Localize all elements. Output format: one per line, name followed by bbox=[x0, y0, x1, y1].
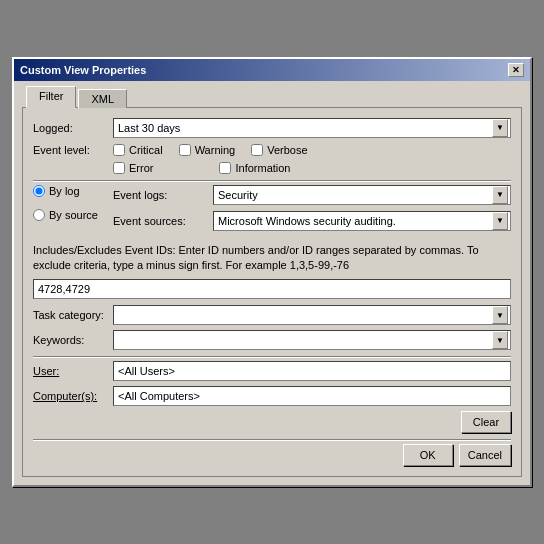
divider-2 bbox=[33, 356, 511, 357]
task-category-label: Task category: bbox=[33, 309, 113, 321]
verbose-checkbox[interactable] bbox=[251, 144, 263, 156]
verbose-label: Verbose bbox=[267, 144, 307, 156]
keywords-select[interactable]: ▼ bbox=[113, 330, 511, 350]
event-sources-arrow[interactable]: ▼ bbox=[492, 212, 508, 230]
filter-panel: Logged: Last 30 days ▼ Event level: Crit… bbox=[22, 107, 522, 478]
information-label: Information bbox=[235, 162, 290, 174]
task-category-row: Task category: ▼ bbox=[33, 305, 511, 325]
tab-filter[interactable]: Filter bbox=[26, 86, 76, 108]
event-ids-input[interactable] bbox=[33, 279, 511, 299]
information-checkbox[interactable] bbox=[219, 162, 231, 174]
warning-checkbox-group: Warning bbox=[179, 144, 236, 156]
event-logs-label: Event logs: bbox=[113, 189, 213, 201]
keywords-label: Keywords: bbox=[33, 334, 113, 346]
user-label: User: bbox=[33, 365, 113, 377]
event-ids-info-text: Includes/Excludes Event IDs: Enter ID nu… bbox=[33, 243, 511, 274]
clear-button[interactable]: Clear bbox=[461, 411, 511, 433]
event-logs-select[interactable]: Security ▼ bbox=[213, 185, 511, 205]
information-checkbox-group: Information bbox=[219, 162, 290, 174]
error-info-row: Error Information bbox=[33, 162, 511, 174]
event-sources-value: Microsoft Windows security auditing. bbox=[218, 215, 396, 227]
event-logs-arrow[interactable]: ▼ bbox=[492, 186, 508, 204]
divider-3 bbox=[33, 439, 511, 440]
error-checkbox-group: Error bbox=[113, 162, 153, 174]
tab-bar: Filter XML bbox=[22, 87, 522, 108]
by-log-radio-item: By log bbox=[33, 185, 113, 197]
logged-value: Last 30 days bbox=[118, 122, 180, 134]
error-label: Error bbox=[129, 162, 153, 174]
close-button[interactable]: ✕ bbox=[508, 63, 524, 77]
title-bar: Custom View Properties ✕ bbox=[14, 59, 530, 81]
computers-input[interactable] bbox=[113, 386, 511, 406]
warning-label: Warning bbox=[195, 144, 236, 156]
tab-xml[interactable]: XML bbox=[78, 89, 127, 108]
critical-checkbox[interactable] bbox=[113, 144, 125, 156]
logged-select[interactable]: Last 30 days ▼ bbox=[113, 118, 511, 138]
keywords-arrow[interactable]: ▼ bbox=[492, 331, 508, 349]
task-category-arrow[interactable]: ▼ bbox=[492, 306, 508, 324]
dialog-buttons: OK Cancel bbox=[33, 444, 511, 466]
cancel-button[interactable]: Cancel bbox=[459, 444, 511, 466]
warning-checkbox[interactable] bbox=[179, 144, 191, 156]
logged-row: Logged: Last 30 days ▼ bbox=[33, 118, 511, 138]
event-fields: Event logs: Security ▼ Event sources: Mi… bbox=[113, 185, 511, 237]
computers-label: Computer(s): bbox=[33, 390, 113, 402]
critical-checkbox-group: Critical bbox=[113, 144, 163, 156]
by-log-radio[interactable] bbox=[33, 185, 45, 197]
task-category-select[interactable]: ▼ bbox=[113, 305, 511, 325]
title-bar-title: Custom View Properties bbox=[20, 64, 146, 76]
event-logs-value: Security bbox=[218, 189, 258, 201]
custom-view-properties-dialog: Custom View Properties ✕ Filter XML Logg… bbox=[12, 57, 532, 488]
verbose-checkbox-group: Verbose bbox=[251, 144, 307, 156]
by-log-label: By log bbox=[49, 185, 80, 197]
logged-label: Logged: bbox=[33, 122, 113, 134]
ok-button[interactable]: OK bbox=[403, 444, 453, 466]
logged-dropdown-arrow[interactable]: ▼ bbox=[492, 119, 508, 137]
critical-label: Critical bbox=[129, 144, 163, 156]
event-sources-row: Event sources: Microsoft Windows securit… bbox=[113, 211, 511, 231]
keywords-row: Keywords: ▼ bbox=[33, 330, 511, 350]
user-input[interactable] bbox=[113, 361, 511, 381]
event-level-row: Event level: Critical Warning Verbose bbox=[33, 144, 511, 156]
by-source-radio-item: By source bbox=[33, 209, 113, 221]
event-sources-label: Event sources: bbox=[113, 215, 213, 227]
event-level-label: Event level: bbox=[33, 144, 113, 156]
user-row: User: bbox=[33, 361, 511, 381]
error-checkbox[interactable] bbox=[113, 162, 125, 174]
clear-row: Clear bbox=[33, 411, 511, 433]
dialog-content: Filter XML Logged: Last 30 days ▼ Event … bbox=[14, 81, 530, 486]
divider-1 bbox=[33, 180, 511, 181]
window-title: Custom View Properties bbox=[20, 64, 146, 76]
event-logs-row: Event logs: Security ▼ bbox=[113, 185, 511, 205]
computers-row: Computer(s): bbox=[33, 386, 511, 406]
radio-group: By log By source bbox=[33, 185, 113, 237]
by-source-label: By source bbox=[49, 209, 98, 221]
by-source-radio[interactable] bbox=[33, 209, 45, 221]
log-source-section: By log By source Event logs: Security ▼ bbox=[33, 185, 511, 237]
event-sources-select[interactable]: Microsoft Windows security auditing. ▼ bbox=[213, 211, 511, 231]
